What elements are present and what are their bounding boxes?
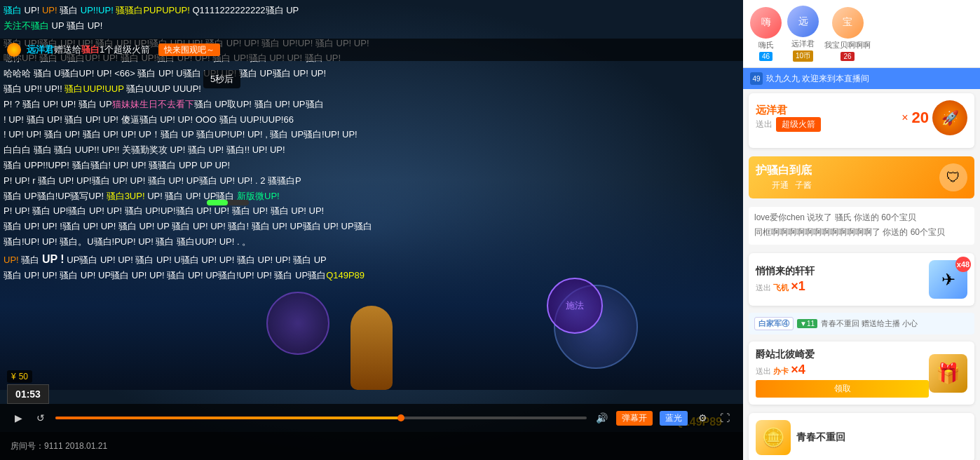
gift-count-badge-2: x48	[955, 257, 971, 272]
army-bar: 白家军④ ▼11 青春不重回 赠送给主播 小心	[749, 313, 974, 334]
user-baobei-name: 我宝贝啊啊啊	[824, 40, 871, 50]
chat-line: 骚白 UP! UP! !骚白 UP! UP! 骚白 UP! UP 骚白 UP! …	[4, 219, 740, 234]
gift-card-yuanyang: 远洋君 送出 超级火箭 × 20 🚀	[749, 93, 974, 148]
gift-action-3: 送出 办卡 ×4	[756, 363, 929, 377]
avatar-haishi: 嗨	[750, 7, 782, 39]
gift-xuanxuan-info: 悄悄来的轩轩 送出 飞机 ×1	[756, 265, 929, 294]
chat-line: 骚白 UP!! UP!! 骚白UUP!UUP 骚白UUUP UUUP!	[4, 82, 740, 97]
times-icon: ×	[901, 111, 908, 124]
chat-line: 白白白 骚白 骚白 UUP!! UP!! 关骚勤奖攻 UP! 骚白 UP! 骚白…	[4, 143, 740, 158]
play-button[interactable]: ▶	[11, 410, 26, 426]
level-badge: ▼11	[797, 319, 817, 328]
notif-icon	[7, 43, 21, 57]
bullet-screen-toggle[interactable]: 弹幕开	[616, 411, 653, 426]
user-baobei-badge: 26	[841, 52, 854, 61]
character-health-bar	[207, 200, 249, 205]
chat-line: ! UP! UP! 骚白 UP! 骚白 UP! UP! UP！骚白 UP 骚白U…	[4, 128, 740, 142]
blue-light-button[interactable]: 蓝光	[660, 411, 688, 426]
video-area: 施法 远洋君赠送给骚白1个超级火箭 快来围观吧～ 骚白 UP! UP! 骚白 U…	[0, 0, 743, 460]
timer-display: 01:53	[7, 384, 49, 404]
video-controls: ▶ ↺ 🔊 弹幕开 蓝光 ⚙ ⛶	[0, 404, 743, 432]
rocket-image: 🚀	[932, 100, 967, 135]
gift-item-1: 超级火箭	[776, 117, 821, 132]
gift-count-1: 20	[912, 109, 929, 127]
progress-dot	[397, 414, 404, 421]
chest-image: 🎁	[929, 354, 967, 393]
welcome-icon: 49	[750, 72, 763, 85]
avatar-baobei: 宝	[832, 7, 864, 39]
gift-card-jue: 爵站北彼崎爱 送出 办卡 ×4 领取 🎁	[749, 341, 974, 405]
gift-sender-1: 远洋君	[756, 104, 821, 117]
room-info-text: 房间号：9111 2018.01.21	[11, 440, 107, 452]
gift-action-2: 送出 飞机 ×1	[756, 279, 929, 294]
protect-card: 护骚白到底 开通 子酱 🛡	[749, 156, 974, 198]
countdown-timer: 5秒后	[203, 70, 240, 88]
notif-text: 远洋君赠送给骚白1个超级火箭 快来围观吧～	[27, 43, 220, 56]
chat-line: 骚白!UP! UP! 骚白。U骚白!PUP! UP! 骚白 骚白UUP! UP!…	[4, 235, 740, 250]
chat-line: ! UP! 骚白 UP! 骚白 UP! UP! 傻逼骚白 UP! UP! OOO…	[4, 113, 740, 128]
gift-card-xuanxuan: 悄悄来的轩轩 送出 飞机 ×1 ✈ x48	[749, 253, 974, 306]
user-yuanyang[interactable]: 远 远洋君 10币	[787, 6, 819, 62]
magic-circle: 施法	[547, 278, 603, 334]
chat-msg-1: love爱你chen 说玫了 骚氏 你送的 60个宝贝	[754, 211, 969, 224]
chat-line: 骚白 UPP!!UPP! 骚白骚白! UP! UP! 骚骚白 UPP UP UP…	[4, 158, 740, 173]
chat-line: 骚白 UP! UP! 骚白 UP!!UP! 骚骚白PUPUPUP! Q11112…	[4, 4, 740, 18]
protect-btn-area: 开通 子酱	[756, 178, 812, 191]
gift-coin-image: 🪙	[756, 420, 791, 455]
fullscreen-icon[interactable]: ⛶	[717, 410, 733, 426]
refresh-button[interactable]: ↺	[33, 410, 48, 426]
user-haishi[interactable]: 嗨 嗨氏 46	[750, 7, 782, 61]
user-yuanyang-name: 远洋君	[791, 39, 815, 49]
coin-badge: 50	[7, 370, 32, 383]
volume-icon[interactable]: 🔊	[594, 410, 609, 426]
sidebar-top-users: 嗨 嗨氏 46 远 远洋君 10币 宝 我宝贝啊啊啊	[743, 0, 980, 68]
gift-xuanxuan-img: ✈ x48	[929, 260, 967, 299]
sidebar-chat: love爱你chen 说玫了 骚氏 你送的 60个宝贝 同框啊啊啊啊啊啊啊啊啊啊…	[749, 207, 974, 245]
gift-sender-4: 青春不重回	[796, 431, 845, 444]
progress-fill	[55, 417, 401, 419]
gift-sender-3: 爵站北彼崎爱	[756, 349, 929, 361]
gift-sender-2: 悄悄来的轩轩	[756, 265, 929, 278]
army-text: 青春不重回 赠送给主播 小心	[821, 318, 918, 329]
welcome-text: 玖九久九 欢迎来到本直播间	[766, 73, 869, 85]
chat-line: P! UP! r 骚白 UP! UP!骚白 UP! UP! 骚白 UP! UP骚…	[4, 174, 740, 189]
avatar-yuanyang: 远	[787, 6, 819, 37]
chat-line: UP! 骚白 UP ! UP骚白 UP! UP! 骚白 UP! U骚白 UP! …	[4, 250, 740, 269]
user-haishi-name: 嗨氏	[758, 40, 774, 50]
chat-line: 关注不骚白 UP 骚白 UP!	[4, 19, 740, 34]
chat-msg-2: 同框啊啊啊啊啊啊啊啊啊啊啊啊了 你送的 60个宝贝	[754, 226, 969, 239]
protect-icon[interactable]: 🛡	[939, 163, 967, 191]
user-yuanyang-badge: 10币	[793, 50, 813, 62]
chat-overlay: 骚白 UP! UP! 骚白 UP!!UP! 骚骚白PUPUPUP! Q11112…	[0, 0, 743, 407]
user-haishi-badge: 46	[759, 52, 773, 61]
notification-bar: 远洋君赠送给骚白1个超级火箭 快来围观吧～	[0, 39, 743, 61]
army-badge: 白家军④	[754, 317, 794, 330]
room-info-bar: 房间号：9111 2018.01.21	[0, 432, 743, 460]
user-baobei[interactable]: 宝 我宝贝啊啊啊 26	[824, 7, 871, 61]
gift-card-qingchun: 🪙 青春不重回	[749, 413, 974, 460]
watch-button[interactable]: 快来围观吧～	[158, 43, 220, 56]
chat-line: P! ? 骚白 UP! UP! 骚白 UP猫妹妹生日不去看下骚白 UP取UP! …	[4, 97, 740, 112]
claim-button[interactable]: 领取	[756, 380, 929, 398]
gift-action-1: 送出 超级火箭	[756, 117, 821, 132]
chat-line: 骚白 UP! UP! 骚白 UP! UP骚白 UP! UP! 骚白 UP! UP…	[4, 269, 740, 283]
chat-line: 哈哈哈 骚白 U骚白UP! UP! <66> 骚白 UP! U骚白 UP! UP…	[4, 67, 740, 81]
progress-bar[interactable]	[55, 417, 587, 419]
chat-line: 骚白 UP骚白!UP骚写UP! 骚白3UP! UP! 骚白 UP! UP骚白 新…	[4, 189, 740, 204]
settings-icon[interactable]: ⚙	[695, 410, 710, 426]
chat-line: P! UP! 骚白 UP!骚白 UP! UP! 骚白 UP!UP!骚白 UP! …	[4, 204, 740, 219]
welcome-bar: 49 玖九久九 欢迎来到本直播间	[743, 68, 980, 89]
protect-title: 护骚白到底	[756, 163, 812, 178]
sidebar: 嗨 嗨氏 46 远 远洋君 10币 宝 我宝贝啊啊啊	[743, 0, 980, 460]
